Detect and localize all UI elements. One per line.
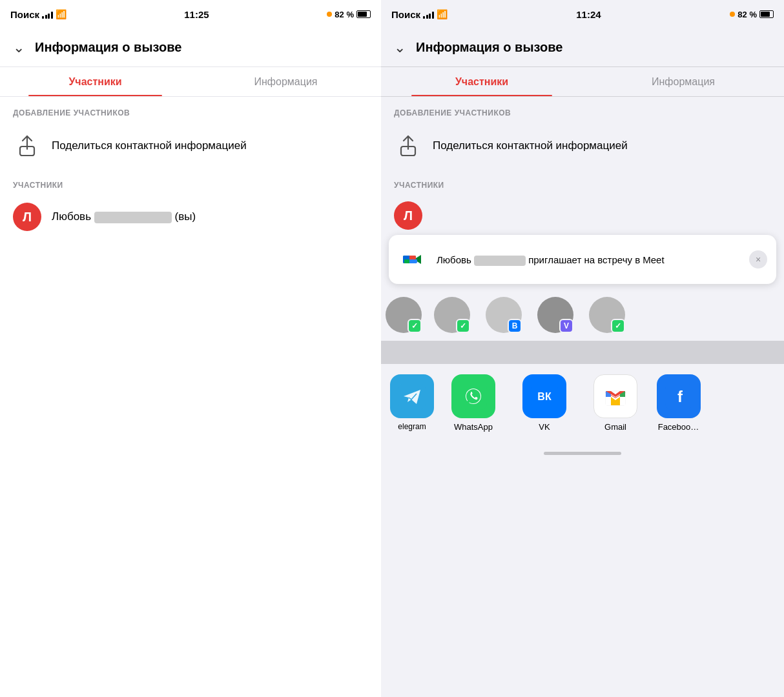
right-contact-avatar-wrap-3: V (537, 297, 573, 333)
right-app-telegram[interactable]: elegram (386, 374, 438, 432)
right-signal-text: Поиск (391, 9, 420, 20)
left-panel: Поиск 📶 11:25 82 % ⌄ Информация о вызове… (0, 0, 381, 697)
bar1 (42, 16, 44, 19)
left-signal-text: Поиск (10, 9, 39, 20)
right-app-whatsapp-label: WhatsApp (454, 422, 493, 432)
left-battery-icon (356, 10, 371, 18)
right-battery-percent: 82 % (738, 10, 757, 19)
right-contact-badge-3: V (559, 319, 573, 333)
right-tab-info[interactable]: Информация (583, 67, 784, 96)
right-facebook-svg: f (665, 383, 692, 410)
left-participant-row[interactable]: Л Любовь (вы) (0, 195, 381, 239)
bar2 (45, 15, 47, 19)
right-share-item[interactable]: Поделиться контактной информацией (381, 123, 784, 169)
right-meet-svg (402, 248, 425, 271)
right-tabs: Участники Информация (381, 67, 784, 97)
svg-text:f: f (677, 388, 683, 405)
right-contact-avatar-wrap-0: ✓ (386, 297, 422, 333)
right-participant-avatar-partial: Л (394, 201, 422, 230)
right-header-title: Информация о вызове (416, 40, 562, 55)
right-app-telegram-icon (390, 374, 434, 418)
right-time: 11:24 (576, 9, 601, 20)
right-app-vk[interactable]: ВК VK (509, 374, 580, 432)
right-share-svg-icon (398, 135, 418, 157)
right-bottom-indicator (381, 442, 784, 464)
right-status-signal: Поиск 📶 (391, 9, 448, 20)
right-contact-avatar-wrap-2: В (486, 297, 522, 333)
left-participant-name: Любовь (вы) (52, 210, 196, 223)
left-share-label: Поделиться контактной информацией (52, 138, 247, 154)
right-contacts-scroll[interactable]: ✓ ✓ В V ✓ (381, 289, 784, 341)
rbar2 (426, 15, 428, 19)
bar3 (48, 14, 50, 19)
right-contact-badge-2: В (508, 319, 522, 333)
right-header: ⌄ Информация о вызове (381, 28, 784, 67)
left-tab-underline (28, 95, 162, 96)
bar4 (51, 12, 53, 19)
rbar3 (429, 14, 431, 19)
svg-text:ВК: ВК (537, 391, 552, 402)
right-vk-svg: ВК (531, 383, 558, 410)
rbar4 (432, 12, 434, 19)
left-battery-fill (358, 12, 367, 17)
right-whatsapp-svg (460, 383, 487, 410)
right-battery-fill (761, 12, 770, 17)
right-contact-item-1[interactable]: ✓ (426, 297, 478, 333)
right-notif-name-blurred (474, 256, 526, 266)
right-contact-avatar-wrap-4: ✓ (589, 297, 625, 333)
rbar1 (423, 16, 425, 19)
left-section-add: ДОБАВЛЕНИЕ УЧАСТНИКОВ (0, 97, 381, 123)
right-contact-partial-left[interactable]: ✓ (381, 297, 426, 333)
left-tabs: Участники Информация (0, 67, 381, 97)
right-status-bar: Поиск 📶 11:24 82 % (381, 0, 784, 28)
right-app-facebook[interactable]: f Faceboo… (651, 374, 706, 432)
left-battery: 82 % (327, 10, 371, 19)
right-app-vk-icon: ВК (522, 374, 566, 418)
left-signal-bars (42, 10, 53, 19)
right-section-add: ДОБАВЛЕНИЕ УЧАСТНИКОВ (381, 97, 784, 123)
left-header-title: Информация о вызове (35, 40, 181, 55)
right-notif-text: Любовь приглашает на встречу в Meet (437, 253, 741, 267)
left-tab-info[interactable]: Информация (191, 67, 381, 96)
left-status-bar: Поиск 📶 11:25 82 % (0, 0, 381, 28)
right-contact-item-3[interactable]: V (530, 297, 581, 333)
right-app-telegram-label: elegram (386, 422, 438, 431)
right-bottom-bar (544, 452, 621, 455)
right-panel: Поиск 📶 11:24 82 % ⌄ Информация о вызове… (381, 0, 784, 697)
right-contact-item-4[interactable]: ✓ (581, 297, 633, 333)
left-tab-participants[interactable]: Участники (0, 67, 191, 96)
left-status-signal: Поиск 📶 (10, 9, 67, 20)
right-tab-participants[interactable]: Участники (381, 67, 583, 96)
right-app-gmail-icon (593, 374, 637, 418)
right-battery: 82 % (730, 10, 774, 19)
left-time: 11:25 (184, 9, 209, 20)
left-wifi-icon: 📶 (56, 9, 67, 19)
right-share-label: Поделиться контактной информацией (433, 138, 628, 154)
right-app-gmail[interactable]: Gmail (580, 374, 651, 432)
right-app-whatsapp[interactable]: WhatsApp (438, 374, 509, 432)
right-divider-area (381, 341, 784, 364)
right-battery-icon (759, 10, 774, 18)
left-participant-avatar: Л (13, 203, 41, 231)
right-contact-badge-0: ✓ (407, 319, 422, 333)
right-contact-avatar-wrap-1: ✓ (434, 297, 470, 333)
left-share-item[interactable]: Поделиться контактной информацией (0, 123, 381, 169)
right-wifi-icon: 📶 (437, 9, 448, 19)
right-app-whatsapp-icon (451, 374, 495, 418)
right-signal-bars (423, 10, 434, 19)
right-notif-title: Любовь приглашает на встречу в Meet (437, 253, 741, 267)
right-contact-badge-4: ✓ (611, 319, 625, 333)
left-share-svg-icon (17, 135, 37, 157)
right-notification-banner[interactable]: Любовь приглашает на встречу в Meet × (389, 235, 776, 284)
left-name-blurred (94, 212, 172, 223)
right-chevron-icon[interactable]: ⌄ (394, 39, 406, 56)
right-share-icon-box (394, 132, 422, 160)
right-contact-item-2[interactable]: В (478, 297, 530, 333)
right-notif-close-button[interactable]: × (749, 250, 767, 268)
right-tab-underline (411, 95, 552, 96)
left-chevron-icon[interactable]: ⌄ (13, 39, 25, 56)
left-battery-percent: 82 % (335, 10, 354, 19)
left-header: ⌄ Информация о вызове (0, 28, 381, 67)
left-status-dot (327, 12, 332, 17)
right-gmail-svg (602, 383, 629, 410)
